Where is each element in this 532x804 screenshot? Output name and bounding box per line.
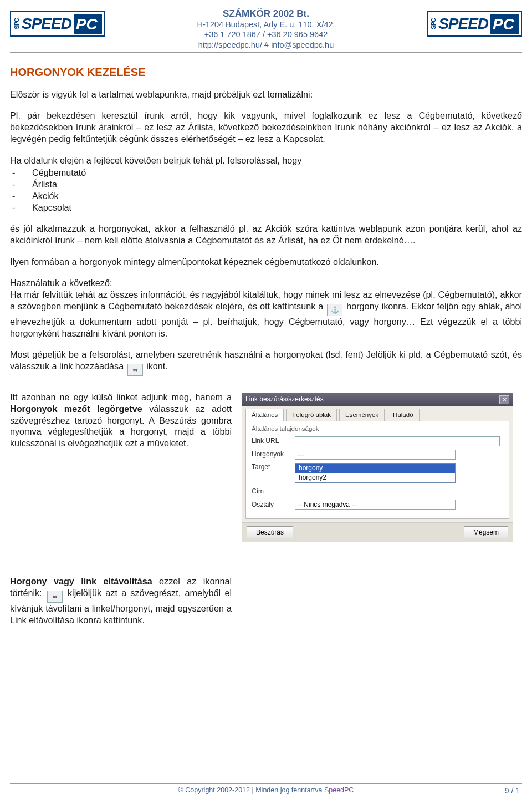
list-item: Akciók: [10, 190, 522, 202]
dialog-titlebar: Link beszúrás/szerkesztés ✕: [242, 393, 513, 406]
tab-popup[interactable]: Felugró ablak: [286, 409, 337, 421]
close-icon[interactable]: ✕: [499, 395, 509, 404]
bullet-list: Cégbemutató Árlista Akciók Kapcsolat: [10, 167, 522, 213]
insert-button[interactable]: Beszúrás: [247, 526, 293, 538]
tab-general[interactable]: Általános: [245, 409, 284, 421]
fieldset-legend: Általános tulajdonságok: [252, 425, 503, 433]
two-column-row: Itt azonban ne egy külső linket adjunk m…: [10, 391, 522, 542]
label-cim: Cím: [252, 487, 295, 496]
left-para: Itt azonban ne egy külső linket adjunk m…: [10, 391, 232, 449]
page-title: HORGONYOK KEZELÉSE: [10, 66, 522, 79]
dialog-panel: Általános tulajdonságok Link URL Horgony…: [245, 421, 509, 519]
para-3: Ha oldalunk elején a fejlécet követően b…: [10, 155, 522, 166]
page-footer: © Copyright 2002-2012 | Minden jog fennt…: [10, 783, 522, 794]
osztaly-select[interactable]: [295, 500, 456, 510]
list-item: Kapcsolat: [10, 202, 522, 213]
label-osztaly: Osztály: [252, 501, 295, 509]
footer-brand: SpeedPC: [324, 786, 354, 794]
removal-para: Horgony vagy link eltávolítása ezzel az …: [10, 576, 232, 625]
company-address: H-1204 Budapest, Ady E. u. 110. X/42.: [197, 19, 335, 29]
option-item[interactable]: horgony2: [295, 473, 455, 482]
anchor-icon[interactable]: ⚓: [327, 304, 342, 316]
para-7: Most gépeljük be a felsorolást, amelyben…: [10, 349, 522, 376]
dialog-tabs: Általános Felugró ablak Események Haladó: [242, 406, 513, 421]
page-header: SPC SPEED PC SZÁMKÖR 2002 Bt. H-1204 Bud…: [10, 7, 522, 53]
dialog-buttons: Beszúrás Mégsem: [242, 522, 513, 542]
para-4: és jól alkalmazzuk a horgonyokat, akkor …: [10, 223, 522, 246]
para-6: Használatuk a következő: Ha már felvittü…: [10, 277, 522, 339]
company-phone: +36 1 720 1867 / +36 20 965 9642: [197, 29, 335, 39]
para-2: Pl. pár bekezdésen keresztül írunk arról…: [10, 110, 522, 144]
anchor-option-list[interactable]: horgony horgony2: [295, 463, 456, 484]
option-item[interactable]: horgony: [295, 464, 455, 473]
logo-left: SPC SPEED PC: [10, 11, 105, 37]
company-web: http://speedpc.hu/ # info@speedpc.hu: [197, 40, 335, 50]
page-number: 9 / 1: [505, 786, 520, 795]
link-url-input[interactable]: [295, 436, 500, 446]
label-url: Link URL: [252, 437, 295, 445]
anchor-select[interactable]: [295, 450, 456, 460]
label-target: Target: [252, 463, 295, 471]
para-1: Először is vigyük fel a tartalmat weblap…: [10, 89, 522, 100]
tab-advanced[interactable]: Haladó: [387, 409, 419, 421]
removal-block: Horgony vagy link eltávolítása ezzel az …: [10, 576, 232, 625]
logo-spc: SPC: [13, 18, 20, 29]
list-item: Cégbemutató: [10, 167, 522, 179]
logo-speed: SPEED: [22, 16, 71, 32]
company-block: SZÁMKÖR 2002 Bt. H-1204 Budapest, Ady E.…: [197, 7, 335, 50]
label-anchor: Horgonyok: [252, 450, 295, 459]
company-name: SZÁMKÖR 2002 Bt.: [197, 8, 335, 19]
dialog-title: Link beszúrás/szerkesztés: [245, 395, 324, 404]
para-5: Ilyen formában a horgonyok mintegy almen…: [10, 256, 522, 268]
link-icon[interactable]: ⇔: [127, 364, 143, 376]
logo-right: SPC SPEED PC: [427, 11, 522, 37]
cancel-button[interactable]: Mégsem: [464, 526, 508, 538]
left-column: Itt azonban ne egy külső linket adjunk m…: [10, 391, 232, 542]
logo-pc: PC: [74, 14, 102, 34]
unlink-icon[interactable]: ⇎: [47, 591, 63, 603]
body-content: Először is vigyük fel a tartalmat weblap…: [10, 89, 522, 626]
list-item: Árlista: [10, 179, 522, 190]
link-dialog: Link beszúrás/szerkesztés ✕ Általános Fe…: [242, 393, 513, 542]
tab-events[interactable]: Események: [339, 409, 385, 421]
